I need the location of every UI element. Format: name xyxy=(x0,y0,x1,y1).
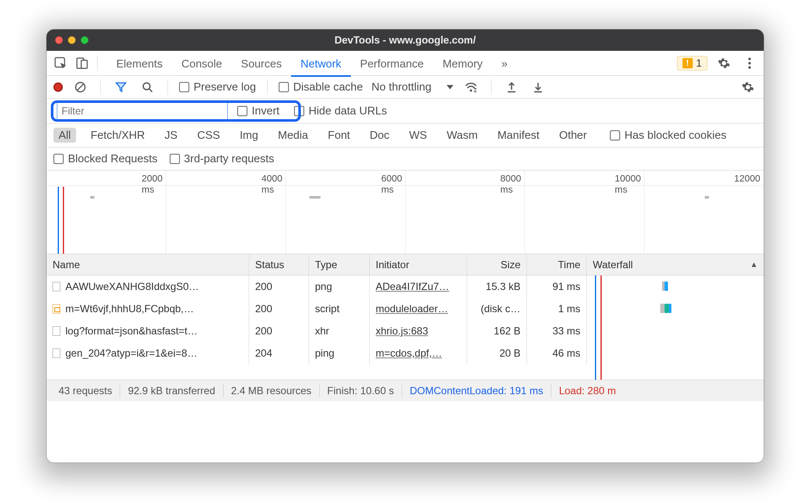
more-menu-icon[interactable] xyxy=(741,54,759,72)
tab-network[interactable]: Network xyxy=(291,53,350,77)
network-conditions-icon[interactable] xyxy=(462,78,480,96)
separator xyxy=(100,79,101,95)
download-har-icon[interactable] xyxy=(529,78,547,96)
filter-chip-font[interactable]: Font xyxy=(323,128,355,143)
waterfall-segment xyxy=(660,304,665,313)
filter-chip-css[interactable]: CSS xyxy=(192,128,225,143)
has-blocked-cookies-toggle[interactable]: Has blocked cookies xyxy=(610,129,726,142)
warnings-badge[interactable]: ! 1 xyxy=(677,56,707,70)
table-row[interactable]: AAWUweXANHG8IddxgS0… 200 png ADea4I7IfZu… xyxy=(47,275,764,298)
status-finish: Finish: 10.60 s xyxy=(320,384,402,398)
filter-funnel-icon[interactable] xyxy=(112,78,130,96)
blocked-requests-toggle[interactable]: Blocked Requests xyxy=(53,152,158,165)
cell-type: png xyxy=(309,275,370,298)
cell-initiator[interactable]: ADea4I7IfZu7… xyxy=(376,281,449,293)
filter-chip-wasm[interactable]: Wasm xyxy=(441,128,483,143)
col-initiator[interactable]: Initiator xyxy=(370,254,467,275)
filter-input[interactable] xyxy=(57,103,228,120)
cell-status: 200 xyxy=(249,275,309,298)
svg-point-4 xyxy=(748,62,751,64)
checkbox-icon xyxy=(179,82,189,92)
filter-chip-img[interactable]: Img xyxy=(235,128,263,143)
col-waterfall[interactable]: Waterfall ▲ xyxy=(587,254,764,275)
cell-time: 46 ms xyxy=(527,342,587,364)
file-icon xyxy=(53,326,60,336)
filter-chip-other[interactable]: Other xyxy=(554,128,592,143)
cell-waterfall xyxy=(587,342,764,364)
filter-chip-all[interactable]: All xyxy=(53,128,76,143)
cell-time: 91 ms xyxy=(527,275,587,298)
col-status[interactable]: Status xyxy=(249,254,309,275)
filter-chip-manifest[interactable]: Manifest xyxy=(492,128,544,143)
col-size[interactable]: Size xyxy=(467,254,527,275)
separator xyxy=(491,79,491,95)
tab-console[interactable]: Console xyxy=(172,53,231,77)
device-toolbar-icon[interactable] xyxy=(73,54,91,72)
col-waterfall-label: Waterfall xyxy=(593,259,633,271)
resource-type-filters: All Fetch/XHR JS CSS Img Media Font Doc … xyxy=(47,123,764,147)
file-icon xyxy=(53,304,60,314)
cell-status: 204 xyxy=(249,342,309,364)
cell-initiator[interactable]: xhrio.js:683 xyxy=(376,325,428,337)
waterfall-segment xyxy=(669,304,671,313)
table-row[interactable]: gen_204?atyp=i&r=1&ei=8… 204 ping m=cdos… xyxy=(47,342,764,364)
warnings-count: 1 xyxy=(696,57,702,69)
network-settings-gear-icon[interactable] xyxy=(739,78,757,96)
inspect-element-icon[interactable] xyxy=(52,54,70,72)
tick-label: 12000 xyxy=(734,173,764,184)
tab-sources[interactable]: Sources xyxy=(232,53,291,77)
cell-initiator[interactable]: moduleloader… xyxy=(376,303,448,315)
col-time[interactable]: Time xyxy=(527,254,587,275)
hide-data-urls-toggle[interactable]: Hide data URLs xyxy=(294,104,387,117)
cell-type: xhr xyxy=(309,320,370,342)
cell-initiator[interactable]: m=cdos,dpf,… xyxy=(376,347,442,359)
status-resources: 2.4 MB resources xyxy=(224,384,320,398)
cell-waterfall xyxy=(587,275,764,298)
checkbox-icon xyxy=(237,106,247,116)
file-icon xyxy=(53,282,60,291)
status-transferred: 92.9 kB transferred xyxy=(120,384,223,398)
tick-label: 6000 ms xyxy=(381,173,406,195)
cell-time: 1 ms xyxy=(527,298,587,320)
upload-har-icon[interactable] xyxy=(503,78,521,96)
panel-tabs: Elements Console Sources Network Perform… xyxy=(107,51,517,75)
svg-point-10 xyxy=(470,89,473,92)
svg-point-3 xyxy=(748,58,751,60)
cell-size: 15.3 kB xyxy=(467,275,527,298)
cell-size: 20 B xyxy=(467,342,527,364)
devtools-window: DevTools - www.google.com/ Elements Cons… xyxy=(46,29,764,463)
cell-size: 162 B xyxy=(467,320,527,342)
filter-chip-ws[interactable]: WS xyxy=(404,128,432,143)
tab-performance[interactable]: Performance xyxy=(351,53,433,77)
tab-elements[interactable]: Elements xyxy=(107,53,172,77)
throttling-select[interactable]: No throttling xyxy=(371,80,453,94)
svg-point-12 xyxy=(475,89,476,91)
invert-toggle[interactable]: Invert xyxy=(237,104,279,117)
cell-status: 200 xyxy=(249,320,309,342)
requests-table-header: Name Status Type Initiator Size Time Wat… xyxy=(47,254,764,275)
filter-chip-js[interactable]: JS xyxy=(159,128,182,143)
record-button[interactable] xyxy=(53,82,63,92)
timeline-overview[interactable]: 2000 ms 4000 ms 6000 ms 8000 ms 10000 ms… xyxy=(47,170,764,254)
col-type[interactable]: Type xyxy=(309,254,370,275)
table-row[interactable]: m=Wt6vjf,hhhU8,FCpbqb,… 200 script modul… xyxy=(47,298,764,320)
third-party-requests-toggle[interactable]: 3rd-party requests xyxy=(170,152,274,165)
svg-point-5 xyxy=(748,66,751,69)
tab-memory[interactable]: Memory xyxy=(433,53,492,77)
tabs-overflow[interactable]: » xyxy=(492,53,517,77)
separator xyxy=(168,79,168,95)
table-row[interactable]: log?format=json&hasfast=t… 200 xhr xhrio… xyxy=(47,320,764,342)
invert-label: Invert xyxy=(252,104,279,117)
clear-icon[interactable] xyxy=(71,78,89,96)
search-icon[interactable] xyxy=(138,78,156,96)
col-name[interactable]: Name xyxy=(47,254,249,275)
tick-label: 4000 ms xyxy=(262,173,286,195)
filter-chip-media[interactable]: Media xyxy=(273,128,313,143)
blocked-requests-label: Blocked Requests xyxy=(68,152,158,165)
disable-cache-toggle[interactable]: Disable cache xyxy=(279,80,363,94)
settings-gear-icon[interactable] xyxy=(715,54,733,72)
filter-chip-fetch-xhr[interactable]: Fetch/XHR xyxy=(85,128,150,143)
preserve-log-toggle[interactable]: Preserve log xyxy=(179,80,256,94)
checkbox-icon xyxy=(279,82,289,92)
filter-chip-doc[interactable]: Doc xyxy=(365,128,394,143)
